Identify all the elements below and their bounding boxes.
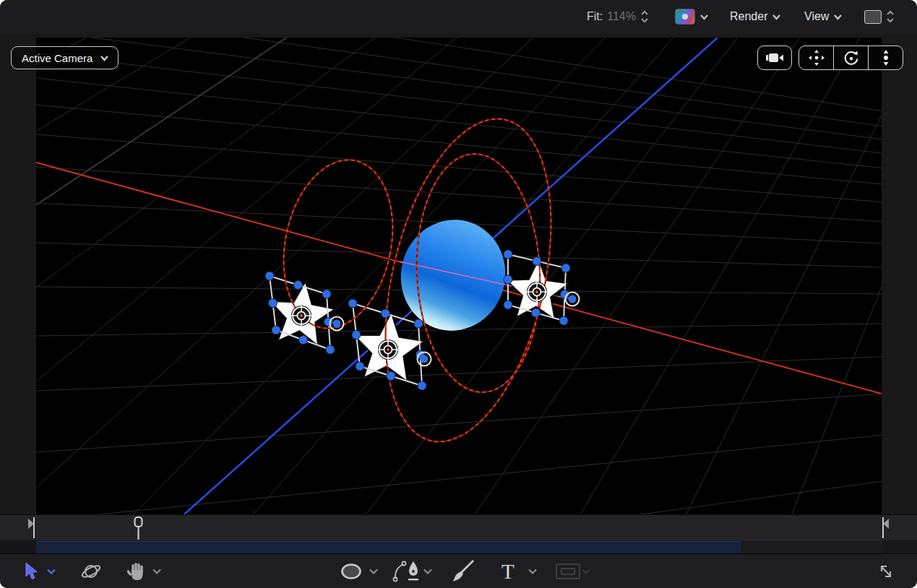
mini-timeline-rightcap <box>883 540 917 553</box>
stepper-icon[interactable] <box>886 9 895 24</box>
select-tool-button[interactable] <box>23 554 39 588</box>
chevron-down-icon <box>423 568 433 575</box>
resize-handle[interactable] <box>269 299 277 308</box>
resize-handle[interactable] <box>348 299 357 308</box>
camera-select-label: Active Camera <box>22 52 92 64</box>
display-select-control[interactable] <box>864 0 895 33</box>
chevron-down-icon <box>46 568 56 575</box>
chevron-down-icon <box>581 568 591 575</box>
text-tool-button[interactable]: T <box>501 554 515 588</box>
rotation-handle[interactable] <box>421 355 429 363</box>
mask-tool-menu-chevron-disabled <box>581 554 591 588</box>
chevron-down-icon <box>699 14 709 20</box>
resize-handle[interactable] <box>533 257 541 266</box>
out-point-arrow-icon <box>883 519 889 529</box>
motion-canvas-window: Fit: 114% Render View <box>0 0 917 588</box>
shape-tool-menu-chevron[interactable] <box>369 554 379 588</box>
timeline-scrubber[interactable] <box>0 514 917 541</box>
pan-view-tool-button[interactable] <box>127 554 146 588</box>
view-options-bar: Fit: 114% Render View <box>0 0 917 36</box>
chevron-down-icon <box>100 55 109 61</box>
text-tool-menu-chevron[interactable] <box>528 554 538 588</box>
video-camera-icon <box>765 52 784 64</box>
chevron-down-icon <box>152 568 162 575</box>
zoom-level-value[interactable]: 114% <box>607 10 636 23</box>
camera-select-popup[interactable]: Active Camera <box>11 46 119 69</box>
camera-view-button[interactable] <box>757 46 792 70</box>
orbit-camera-button[interactable] <box>833 46 868 69</box>
rotation-handle[interactable] <box>569 295 577 303</box>
resize-handle[interactable] <box>352 331 361 340</box>
brush-icon <box>449 558 477 584</box>
resize-handle[interactable] <box>532 308 541 317</box>
resize-handle[interactable] <box>382 309 390 318</box>
render-menu-label: Render <box>730 10 767 23</box>
resize-handle[interactable] <box>418 381 426 390</box>
ellipse-shape-icon <box>340 562 363 581</box>
pan-camera-button[interactable] <box>799 46 833 69</box>
resize-handle[interactable] <box>504 275 512 284</box>
color-channels-menu[interactable] <box>675 0 709 33</box>
resize-handle[interactable] <box>559 316 568 325</box>
bezier-tool-button[interactable] <box>392 554 422 588</box>
canvas-3d-scene[interactable] <box>36 38 882 514</box>
resize-handle[interactable] <box>265 272 274 280</box>
chevron-down-icon <box>772 14 781 20</box>
hand-icon <box>127 561 146 581</box>
color-channels-icon[interactable] <box>675 9 695 25</box>
pen-bezier-icon <box>392 560 422 583</box>
mini-timeline-leftcap <box>0 540 36 553</box>
resize-handle[interactable] <box>322 290 331 298</box>
chevron-down-icon <box>833 14 843 20</box>
orbit-arrow-icon <box>843 49 860 66</box>
viewport-area: Active Camera <box>0 35 917 514</box>
resize-handle[interactable] <box>387 372 395 381</box>
zoom-level-control[interactable]: Fit: 114% <box>587 0 649 33</box>
mini-timeline-bar[interactable] <box>36 541 741 553</box>
stepper-icon[interactable] <box>640 9 649 24</box>
bezier-tool-menu-chevron[interactable] <box>423 554 433 588</box>
shape-tool-button[interactable] <box>340 554 363 588</box>
tool-palette: T <box>0 553 917 588</box>
resize-handle[interactable] <box>504 301 512 309</box>
render-menu[interactable]: Render <box>730 0 781 33</box>
view-menu-label: View <box>804 10 829 23</box>
camera-nav-group <box>798 46 903 70</box>
expand-timeline-button[interactable] <box>876 554 896 588</box>
gyroscope-3d-icon <box>79 561 103 582</box>
resize-handle[interactable] <box>504 250 512 259</box>
chevron-down-icon <box>369 568 379 575</box>
pan-arrows-icon <box>808 49 825 66</box>
chevron-down-icon <box>528 568 538 575</box>
fit-label: Fit: <box>587 10 603 23</box>
resize-handle[interactable] <box>414 319 423 328</box>
diagonal-resize-icon <box>876 561 896 581</box>
resize-handle[interactable] <box>326 345 335 354</box>
resize-handle[interactable] <box>356 362 364 371</box>
text-tool-glyph: T <box>501 560 515 584</box>
mini-timeline-row <box>0 540 917 553</box>
select-arrow-icon <box>23 562 39 581</box>
dolly-arrows-icon <box>877 49 895 66</box>
resize-handle[interactable] <box>561 264 570 272</box>
dolly-camera-button[interactable] <box>868 46 903 69</box>
paint-stroke-tool-button[interactable] <box>449 554 477 588</box>
transform-3d-tool-button[interactable] <box>79 554 103 588</box>
resize-handle[interactable] <box>272 326 280 334</box>
in-point-arrow-icon <box>28 519 34 529</box>
rectangle-mask-icon <box>555 563 581 580</box>
pan-tool-menu-chevron[interactable] <box>152 554 162 588</box>
resize-handle[interactable] <box>299 336 308 345</box>
display-icon <box>864 10 882 24</box>
resize-handle[interactable] <box>294 281 303 290</box>
view-menu[interactable]: View <box>804 0 843 33</box>
rotation-handle[interactable] <box>333 320 341 328</box>
playhead[interactable] <box>135 517 142 540</box>
mask-tool-button-disabled <box>555 554 581 588</box>
select-tool-menu-chevron[interactable] <box>46 554 56 588</box>
sphere-object[interactable] <box>389 209 517 342</box>
